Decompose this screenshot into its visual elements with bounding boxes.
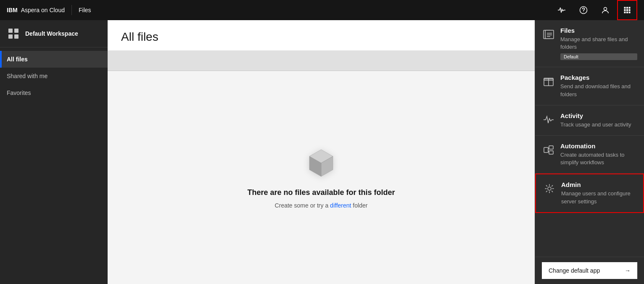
empty-subtitle-prefix: Create some or try a — [275, 202, 330, 209]
svg-rect-13 — [14, 29, 18, 33]
app-panel-item-admin[interactable]: Admin Manage users and configure server … — [535, 174, 644, 213]
svg-rect-8 — [629, 9, 631, 11]
workspace-name: Default Workspace — [25, 30, 78, 37]
app-panel: Files Manage and share files and folders… — [535, 20, 644, 284]
activity-app-content: Activity Track usage and user activity — [560, 112, 631, 129]
sidebar-item-favorites-label: Favorites — [7, 89, 31, 96]
account-icon-btn[interactable] — [595, 0, 615, 20]
files-app-badge: Default — [560, 53, 637, 60]
app-switcher-icon-btn[interactable] — [617, 0, 637, 20]
sidebar: Default Workspace All files Shared with … — [0, 20, 108, 284]
sidebar-item-all-files[interactable]: All files — [0, 51, 108, 68]
sidebar-item-shared-with-me[interactable]: Shared with me — [0, 68, 108, 84]
svg-rect-15 — [14, 34, 18, 39]
different-folder-link[interactable]: different — [330, 202, 351, 209]
sidebar-item-all-files-label: All files — [7, 56, 28, 63]
svg-rect-5 — [629, 7, 631, 9]
sidebar-item-favorites[interactable]: Favorites — [0, 84, 108, 101]
topbar-app-name: Files — [79, 7, 91, 13]
app-panel-footer: Change default app → — [535, 257, 644, 284]
app-panel-item-packages[interactable]: Packages Send and download files and fol… — [535, 67, 644, 105]
svg-rect-32 — [549, 151, 553, 154]
sidebar-nav: All files Shared with me Favorites — [0, 47, 108, 105]
app-panel-item-files[interactable]: Files Manage and share files and folders… — [535, 20, 644, 67]
svg-rect-9 — [624, 12, 626, 13]
empty-cube-icon — [304, 146, 338, 180]
workspace-section: Default Workspace — [0, 20, 108, 47]
svg-rect-3 — [624, 7, 626, 9]
activity-icon-btn[interactable] — [552, 0, 572, 20]
pulse-icon — [557, 6, 566, 14]
help-icon-btn[interactable] — [573, 0, 594, 20]
admin-app-content: Admin Manage users and configure server … — [561, 181, 636, 205]
svg-rect-10 — [626, 12, 628, 13]
empty-state: There are no files available for this fo… — [108, 71, 535, 284]
page-content: All files There are no files a — [108, 20, 535, 284]
svg-point-1 — [583, 11, 584, 12]
app-panel-item-automation[interactable]: Automation Create automated tasks to sim… — [535, 136, 644, 174]
grid-icon — [623, 6, 631, 14]
automation-app-icon — [542, 143, 555, 157]
page-header: All files — [108, 20, 535, 51]
svg-rect-6 — [624, 9, 626, 11]
packages-app-icon — [542, 75, 555, 88]
files-app-title: Files — [560, 27, 637, 34]
account-icon — [601, 6, 610, 14]
svg-rect-23 — [545, 30, 554, 39]
svg-point-2 — [604, 8, 607, 11]
svg-rect-11 — [629, 12, 631, 13]
packages-app-title: Packages — [560, 74, 637, 81]
empty-state-title: There are no files available for this fo… — [247, 188, 395, 197]
packages-app-content: Packages Send and download files and fol… — [560, 74, 637, 98]
files-app-content: Files Manage and share files and folders… — [560, 27, 637, 60]
brand: IBM Aspera on Cloud — [7, 7, 65, 13]
files-app-icon — [542, 28, 555, 41]
topbar: IBM Aspera on Cloud Files — [0, 0, 644, 20]
admin-app-icon — [543, 182, 556, 195]
help-icon — [579, 6, 588, 14]
admin-app-desc: Manage users and configure server settin… — [561, 190, 636, 205]
packages-app-desc: Send and download files and folders — [560, 83, 637, 98]
app-panel-item-activity[interactable]: Activity Track usage and user activity — [535, 105, 644, 136]
admin-app-title: Admin — [561, 181, 636, 188]
active-indicator — [0, 51, 2, 68]
page-toolbar — [108, 51, 535, 71]
main-container: Default Workspace All files Shared with … — [0, 20, 644, 284]
ibm-label: IBM — [7, 7, 18, 13]
svg-rect-14 — [8, 34, 13, 39]
page-title: All files — [121, 30, 521, 44]
empty-subtitle-suffix: folder — [351, 202, 367, 209]
change-default-app-button[interactable]: Change default app → — [542, 262, 637, 279]
activity-app-desc: Track usage and user activity — [560, 121, 631, 129]
empty-state-subtitle: Create some or try a different folder — [275, 202, 368, 209]
automation-app-desc: Create automated tasks to simplify workf… — [560, 151, 637, 166]
automation-app-title: Automation — [560, 142, 637, 150]
topbar-icons — [552, 0, 637, 20]
activity-app-icon — [542, 113, 555, 126]
topbar-divider — [71, 5, 72, 15]
svg-rect-12 — [8, 29, 13, 33]
workspace-icon — [7, 27, 20, 40]
svg-rect-7 — [626, 9, 628, 11]
files-app-desc: Manage and share files and folders — [560, 36, 637, 51]
product-label: Aspera on Cloud — [21, 7, 65, 13]
activity-app-title: Activity — [560, 112, 631, 119]
change-default-label: Change default app — [549, 267, 600, 274]
automation-app-content: Automation Create automated tasks to sim… — [560, 142, 637, 166]
app-panel-items: Files Manage and share files and folders… — [535, 20, 644, 257]
sidebar-item-shared-with-me-label: Shared with me — [7, 73, 48, 79]
change-default-arrow: → — [625, 267, 631, 274]
svg-rect-4 — [626, 7, 628, 9]
svg-rect-30 — [544, 147, 548, 153]
svg-point-35 — [548, 187, 551, 190]
svg-rect-31 — [549, 146, 553, 149]
